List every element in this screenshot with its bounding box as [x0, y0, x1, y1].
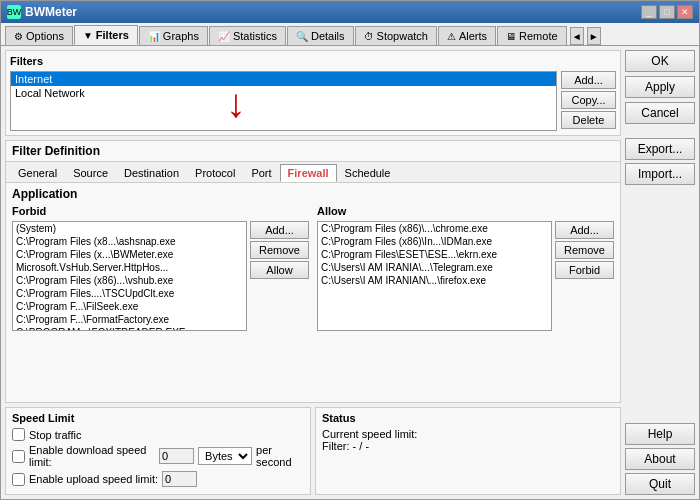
filter-tab-schedule[interactable]: Schedule [337, 164, 399, 182]
tab-options-label: Options [26, 30, 64, 42]
stop-traffic-label: Stop traffic [29, 429, 81, 441]
list-item[interactable]: C:\Program Files....\TSCUpdClt.exe [13, 287, 246, 300]
list-item[interactable]: C:\PROGRAM...\FOXITREADER.EXE [13, 326, 246, 331]
forbid-add-button[interactable]: Add... [250, 221, 309, 239]
filter-item-local[interactable]: Local Network [11, 86, 556, 100]
forbid-action-button[interactable]: Forbid [555, 261, 614, 279]
download-unit-select[interactable]: Bytes [198, 447, 252, 465]
list-item[interactable]: C:\Program Files (x86)\...\chrome.exe [318, 222, 551, 235]
left-panel: Filters Internet Local Network Add... Co… [5, 50, 621, 495]
filters-buttons: Add... Copy... Delete [561, 71, 616, 131]
filters-row: Internet Local Network Add... Copy... De… [10, 71, 616, 131]
allow-add-button[interactable]: Add... [555, 221, 614, 239]
tab-filters[interactable]: ▼ Filters [74, 25, 138, 45]
filters-title: Filters [10, 55, 616, 67]
forbid-list-container: (System) C:\Program Files (x8...\ashsnap… [12, 221, 309, 331]
filter-add-button[interactable]: Add... [561, 71, 616, 89]
help-button[interactable]: Help [625, 423, 695, 445]
upload-speed-label: Enable upload speed limit: [29, 473, 158, 485]
minimize-button[interactable]: _ [641, 5, 657, 19]
filters-list[interactable]: Internet Local Network [10, 71, 557, 131]
tab-details-label: Details [311, 30, 345, 42]
tab-details[interactable]: 🔍 Details [287, 26, 354, 45]
list-item[interactable]: C:\Program Files (x86)...\vshub.exe [13, 274, 246, 287]
list-item[interactable]: C:\Program F...\FilSeek.exe [13, 300, 246, 313]
stop-traffic-row: Stop traffic [12, 428, 304, 441]
allow-remove-button[interactable]: Remove [555, 241, 614, 259]
window-title: BWMeter [25, 5, 77, 19]
graphs-icon: 📊 [148, 31, 160, 42]
bottom-section: Speed Limit Stop traffic Enable download… [5, 407, 621, 495]
filter-delete-button[interactable]: Delete [561, 111, 616, 129]
speed-limit-title: Speed Limit [12, 412, 304, 424]
speed-limit-section: Speed Limit Stop traffic Enable download… [5, 407, 311, 495]
forbid-column: Forbid (System) C:\Program Files (x8...\… [12, 205, 309, 331]
upload-speed-row: Enable upload speed limit: [12, 471, 304, 487]
upload-speed-input[interactable] [162, 471, 197, 487]
statistics-icon: 📈 [218, 31, 230, 42]
list-item[interactable]: C:\Users\I AM IRANIAN\...\firefox.exe [318, 274, 551, 287]
filter-item-internet[interactable]: Internet [11, 72, 556, 86]
download-speed-input[interactable] [159, 448, 194, 464]
allow-title: Allow [317, 205, 614, 217]
tab-nav-left[interactable]: ◄ [570, 27, 584, 45]
filter-tab-destination[interactable]: Destination [116, 164, 187, 182]
filter-definition-title: Filter Definition [6, 141, 620, 162]
list-item[interactable]: C:\Program Files (x8...\ashsnap.exe [13, 235, 246, 248]
list-item[interactable]: C:\Program Files (x...\BWMeter.exe [13, 248, 246, 261]
alerts-icon: ⚠ [447, 31, 456, 42]
window-controls: _ □ ✕ [641, 5, 693, 19]
tab-remote-label: Remote [519, 30, 558, 42]
tab-graphs[interactable]: 📊 Graphs [139, 26, 208, 45]
application-section: Application Forbid (System) C:\Program F… [6, 183, 620, 335]
status-section: Status Current speed limit: Filter: - / … [315, 407, 621, 495]
tab-filters-label: Filters [96, 29, 129, 41]
quit-button[interactable]: Quit [625, 473, 695, 495]
tab-alerts[interactable]: ⚠ Alerts [438, 26, 496, 45]
allow-button[interactable]: Allow [250, 261, 309, 279]
filter-tab-firewall[interactable]: Firewall [280, 164, 337, 182]
import-button[interactable]: Import... [625, 163, 695, 185]
list-item[interactable]: C:\Users\I AM IRANIA\...\Telegram.exe [318, 261, 551, 274]
tab-nav-right[interactable]: ► [587, 27, 601, 45]
tab-statistics[interactable]: 📈 Statistics [209, 26, 286, 45]
close-button[interactable]: ✕ [677, 5, 693, 19]
list-item[interactable]: C:\Program Files\ESET\ESE...\ekrn.exe [318, 248, 551, 261]
maximize-button[interactable]: □ [659, 5, 675, 19]
tab-remote[interactable]: 🖥 Remote [497, 26, 567, 45]
filter-tab-general[interactable]: General [10, 164, 65, 182]
filter-tab-port[interactable]: Port [243, 164, 279, 182]
tab-options[interactable]: ⚙ Options [5, 26, 73, 45]
forbid-list[interactable]: (System) C:\Program Files (x8...\ashsnap… [12, 221, 247, 331]
stopwatch-icon: ⏱ [364, 31, 374, 42]
filter-status: Filter: - / - [322, 440, 614, 452]
list-item[interactable]: C:\Program F...\FormatFactory.exe [13, 313, 246, 326]
stop-traffic-checkbox[interactable] [12, 428, 25, 441]
filter-tabs: General Source Destination Protocol Port… [6, 162, 620, 183]
tab-stopwatch[interactable]: ⏱ Stopwatch [355, 26, 437, 45]
details-icon: 🔍 [296, 31, 308, 42]
download-speed-checkbox[interactable] [12, 450, 25, 463]
app-icon: BW [7, 5, 21, 19]
filters-section: Filters Internet Local Network Add... Co… [5, 50, 621, 136]
upload-speed-checkbox[interactable] [12, 473, 25, 486]
allow-list[interactable]: C:\Program Files (x86)\...\chrome.exe C:… [317, 221, 552, 331]
forbid-remove-button[interactable]: Remove [250, 241, 309, 259]
tab-alerts-label: Alerts [459, 30, 487, 42]
list-item[interactable]: Microsoft.VsHub.Server.HttpHos... [13, 261, 246, 274]
app-columns: Forbid (System) C:\Program Files (x8...\… [12, 205, 614, 331]
remote-icon: 🖥 [506, 31, 516, 42]
cancel-button[interactable]: Cancel [625, 102, 695, 124]
filter-tab-source[interactable]: Source [65, 164, 116, 182]
about-button[interactable]: About [625, 448, 695, 470]
export-button[interactable]: Export... [625, 138, 695, 160]
filter-copy-button[interactable]: Copy... [561, 91, 616, 109]
right-panel: OK Apply Cancel Export... Import... Help… [625, 50, 695, 495]
apply-button[interactable]: Apply [625, 76, 695, 98]
list-item[interactable]: (System) [13, 222, 246, 235]
filter-tab-protocol[interactable]: Protocol [187, 164, 243, 182]
application-title: Application [12, 187, 614, 201]
list-item[interactable]: C:\Program Files (x86)\In...\IDMan.exe [318, 235, 551, 248]
filters-icon: ▼ [83, 30, 93, 41]
ok-button[interactable]: OK [625, 50, 695, 72]
